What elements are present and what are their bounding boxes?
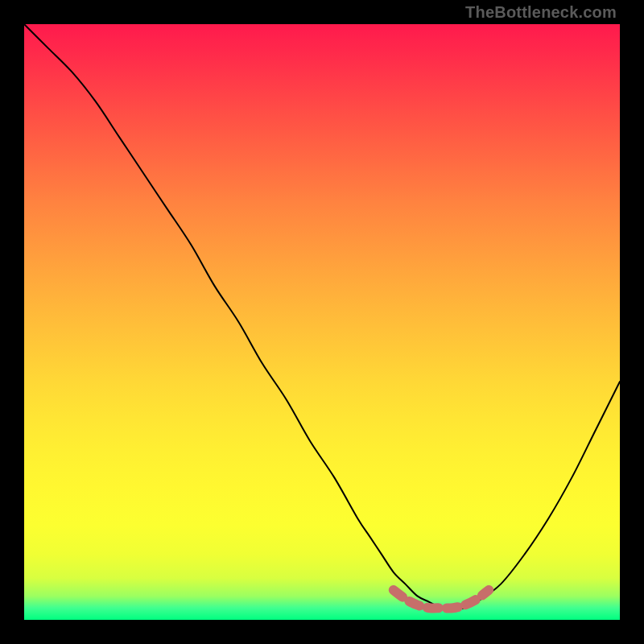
watermark-text: TheBottleneck.com: [465, 3, 617, 22]
chart-svg: [24, 24, 620, 620]
optimal-band-marker: [394, 590, 489, 608]
bottleneck-curve-line: [24, 24, 620, 609]
bottleneck-chart: TheBottleneck.com: [0, 0, 644, 644]
plot-area: [24, 24, 620, 620]
